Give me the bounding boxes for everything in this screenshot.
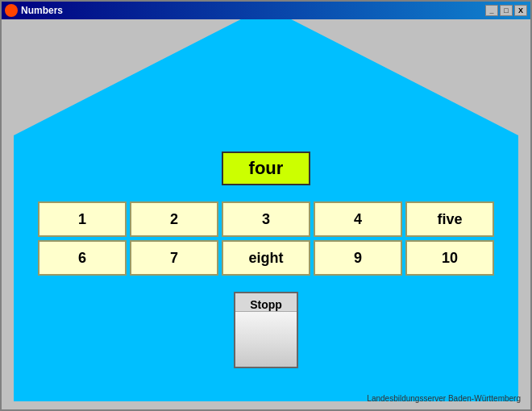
minimize-button[interactable]: _	[485, 5, 498, 16]
cell-2[interactable]: 2	[130, 201, 218, 237]
door-body	[235, 312, 297, 367]
window-title: Numbers	[21, 5, 485, 16]
main-window: Numbers _ □ X four 1 2 3 4 five 6 7 eigh…	[0, 0, 532, 411]
title-bar: Numbers _ □ X	[2, 2, 530, 19]
cell-3[interactable]: 3	[222, 201, 310, 237]
cell-10[interactable]: 10	[405, 240, 494, 276]
footer-text: Landesbildungsserver Baden-Württemberg	[367, 394, 521, 403]
door-area: Stopp	[234, 292, 298, 368]
cell-7[interactable]: 7	[130, 240, 218, 276]
cell-4[interactable]: 4	[314, 201, 402, 237]
app-icon	[5, 4, 18, 17]
house-roof	[14, 19, 518, 135]
cell-9[interactable]: 9	[314, 240, 402, 276]
window-controls: _ □ X	[485, 5, 527, 16]
stopp-button[interactable]: Stopp	[234, 292, 298, 368]
window-body: four 1 2 3 4 five 6 7 eight 9 10 Stopp	[2, 19, 530, 409]
cell-five[interactable]: five	[405, 201, 494, 237]
house-content: four 1 2 3 4 five 6 7 eight 9 10 Stopp	[14, 135, 518, 401]
house-container: four 1 2 3 4 five 6 7 eight 9 10 Stopp	[14, 27, 518, 401]
number-grid: 1 2 3 4 five 6 7 eight 9 10	[38, 201, 494, 276]
close-button[interactable]: X	[514, 5, 527, 16]
door-label: Stopp	[235, 293, 297, 312]
cell-1[interactable]: 1	[38, 201, 127, 237]
word-display: four	[222, 152, 310, 185]
cell-eight[interactable]: eight	[222, 240, 310, 276]
maximize-button[interactable]: □	[500, 5, 513, 16]
cell-6[interactable]: 6	[38, 240, 127, 276]
